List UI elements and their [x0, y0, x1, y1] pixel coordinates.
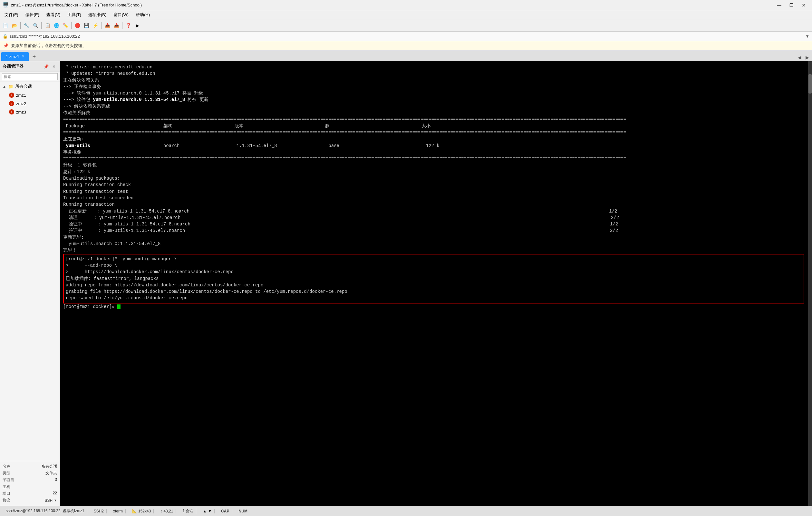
menu-edit[interactable]: 编辑(E) — [22, 11, 42, 19]
expand-icon: ▲ — [3, 84, 6, 88]
term-line-update1: 正在更新 : yum-utils-1.1.31-54.el7_8.noarch … — [63, 208, 809, 214]
tab-bar: 1 zmz1 × + ◀ ▶ — [0, 50, 812, 61]
notification-bar: 📌 要添加当前会话，点击左侧的箭头按钮。 — [0, 41, 812, 50]
sidebar-item-zmz2[interactable]: z zmz2 — [0, 99, 60, 108]
toolbar-btn10[interactable]: 📥 — [112, 21, 120, 30]
prop-children-row: 子项目 3 — [3, 477, 57, 483]
folder-icon: 📁 — [8, 84, 13, 89]
new-tab-button[interactable]: + — [30, 53, 38, 61]
status-protocol: SSH2 — [91, 509, 107, 513]
term-line-upgrade: 升级 1 软件包 — [63, 162, 809, 168]
sidebar-title: 会话管理器 — [3, 63, 24, 69]
sidebar-close-button[interactable]: ✕ — [51, 63, 57, 70]
command-highlight-box: [root@zmz1 docker]# yum-config-manager \… — [63, 254, 804, 303]
tab-close-button[interactable]: × — [22, 54, 24, 59]
toolbar: 📄 📂 🔧 🔍 📋 🌐 ✏️ 🔴 💾 ⚡ 📤 📥 ❓ ▶ — [0, 19, 812, 32]
toolbar-btn9[interactable]: 📤 — [103, 21, 112, 30]
title-left: 🖥️ zmz1 - zmz@zmz1:/usr/local/docker - X… — [3, 2, 142, 8]
term-line-6: ---> 软件包 yum-utils.noarch.0.1.1.31-54.el… — [63, 97, 809, 103]
tab-zmz1[interactable]: 1 zmz1 × — [1, 52, 29, 61]
protocol-dropdown[interactable]: ▼ — [54, 498, 57, 502]
menu-file[interactable]: 文件(F) — [1, 11, 22, 19]
session-icon-zmz3: z — [9, 109, 14, 114]
prop-port-row: 端口 22 — [3, 490, 57, 497]
tab-nav-left[interactable]: ◀ — [796, 54, 803, 61]
term-cmd-3: > https://download.docker.com/linux/cent… — [66, 269, 802, 275]
address-bar: 🔒 ssh://zmz:******@192.168.116.100:22 ▼ — [0, 32, 812, 41]
prop-name-value: 所有会话 — [41, 464, 57, 469]
status-dimensions: 📐 152x43 — [129, 509, 154, 513]
scrollbar-vertical[interactable] — [808, 61, 812, 506]
toolbar-btn5[interactable]: ✏️ — [61, 21, 69, 30]
toolbar-new[interactable]: 📄 — [1, 21, 10, 30]
term-line-2: * updates: mirrors.neusoft.edu.cn — [63, 70, 809, 77]
sidebar-search-container — [0, 72, 60, 82]
term-line-sep1: ========================================… — [63, 116, 809, 123]
menu-tools[interactable]: 工具(T) — [64, 11, 84, 19]
toolbar-btn2[interactable]: 🔍 — [31, 21, 40, 30]
prop-protocol-label: 协议 — [3, 498, 10, 503]
toolbar-open[interactable]: 📂 — [10, 21, 19, 30]
toolbar-help[interactable]: ❓ — [124, 21, 133, 30]
toolbar-btn1[interactable]: 🔧 — [22, 21, 31, 30]
term-cmd-2: > --add-repo \ — [66, 262, 802, 269]
term-line-5: ---> 软件包 yum-utils.noarch.0.1.1.31-45.el… — [63, 90, 809, 97]
toolbar-more[interactable]: ▶ — [133, 21, 141, 30]
term-line-verify1: 验证中 : yum-utils-1.1.31-54.el7_8.noarch 1… — [63, 221, 809, 227]
term-line-7: --> 解决依赖关系完成 — [63, 103, 809, 110]
toolbar-sep2 — [41, 22, 41, 29]
term-line-3: 正在解决依赖关系 — [63, 77, 809, 84]
session-label-zmz1: zmz1 — [16, 93, 26, 98]
status-num: NUM — [236, 509, 250, 513]
tab-nav-right[interactable]: ▶ — [804, 54, 811, 61]
menu-view[interactable]: 查看(V) — [43, 11, 63, 19]
sidebar-pin-button[interactable]: 📌 — [43, 63, 49, 70]
status-cap: CAP — [219, 509, 232, 513]
status-terminal-text: xterm — [113, 509, 123, 513]
term-prompt-final: [root@zmz1 docker]# — [63, 303, 809, 310]
session-icon-zmz2: z — [9, 101, 14, 106]
close-button[interactable]: ✕ — [798, 1, 809, 9]
sidebar-group-all[interactable]: ▲ 📁 所有会话 — [0, 82, 60, 91]
term-line-yumutils2: yum-utils.noarch 0:1.1.31-54.el7_8 — [63, 241, 809, 247]
status-nav-down[interactable]: ▼ — [208, 509, 212, 513]
dimensions-icon: 📐 — [132, 509, 137, 513]
window-controls: — ❐ ✕ — [773, 1, 809, 9]
menu-tabs[interactable]: 选项卡(B) — [85, 11, 110, 19]
tab-label: 1 zmz1 — [6, 54, 19, 59]
minimize-button[interactable]: — — [773, 1, 785, 9]
term-cmd-4: 已加载插件: fastestmirror, langpacks — [66, 275, 802, 282]
status-nav-arrows: ▲ ▼ — [200, 509, 214, 513]
cap-label: CAP — [221, 509, 229, 513]
toolbar-btn7[interactable]: 💾 — [82, 21, 91, 30]
num-label: NUM — [239, 509, 248, 513]
toolbar-sep1 — [20, 22, 21, 29]
status-cursor-text: 43,21 — [163, 509, 173, 513]
toolbar-btn3[interactable]: 📋 — [43, 21, 52, 30]
status-nav-up[interactable]: ▲ — [203, 509, 207, 513]
status-cursor: ↕ 43,21 — [157, 509, 176, 513]
term-cmd-1: [root@zmz1 docker]# yum-config-manager \ — [66, 256, 802, 262]
terminal-area[interactable]: * extras: mirrors.neusoft.edu.cn * updat… — [60, 61, 812, 506]
notification-icon: 📌 — [3, 43, 8, 48]
sidebar-search-input[interactable] — [2, 73, 58, 80]
toolbar-btn6[interactable]: 🔴 — [73, 21, 82, 30]
term-line-1: * extras: mirrors.neusoft.edu.cn — [63, 64, 809, 70]
prop-protocol-value: SSH — [45, 498, 53, 503]
menu-help[interactable]: 帮助(H) — [133, 11, 153, 19]
notification-text: 要添加当前会话，点击左侧的箭头按钮。 — [11, 43, 86, 49]
address-dropdown[interactable]: ▼ — [805, 34, 809, 39]
term-cmd-5: adding repo from: https://download.docke… — [66, 282, 802, 288]
toolbar-btn4[interactable]: 🌐 — [52, 21, 61, 30]
cursor-icon: ↕ — [160, 509, 162, 513]
toolbar-btn8[interactable]: ⚡ — [91, 21, 99, 30]
prop-host-label: 主机 — [3, 484, 10, 490]
lock-icon: 🔒 — [3, 34, 8, 39]
toolbar-sep4 — [101, 22, 102, 29]
sidebar-group-label: 所有会话 — [15, 84, 32, 89]
sidebar-item-zmz1[interactable]: z zmz1 — [0, 91, 60, 99]
menu-window[interactable]: 窗口(W) — [110, 11, 132, 19]
scrollbar-thumb[interactable] — [808, 74, 812, 93]
sidebar-item-zmz3[interactable]: z zmz3 — [0, 108, 60, 116]
maximize-button[interactable]: ❐ — [786, 1, 797, 9]
